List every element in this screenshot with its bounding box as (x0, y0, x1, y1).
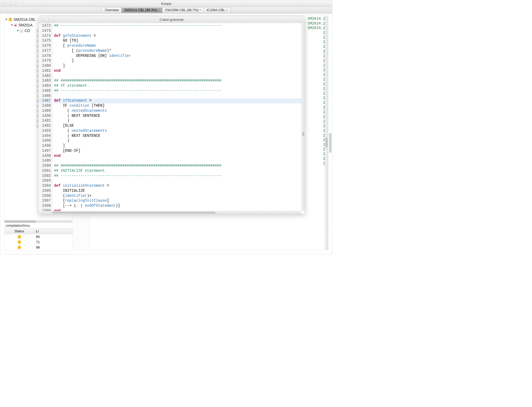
line-cell: 99 (34, 245, 73, 249)
status-cell: ! (4, 240, 34, 244)
cobol-file-icon (14, 23, 17, 27)
main-titlebar: Koopa (0, 0, 332, 7)
tree-h-scrollbar[interactable] (4, 220, 73, 223)
outer-v-scrollbar[interactable] (329, 15, 332, 250)
tab-bar: OverviewSM201A.CBL (99.3%)×CM105M.CBL (9… (0, 7, 332, 14)
window-title: Koopa (161, 1, 171, 5)
tree-label: SM201A.CBL (14, 17, 36, 22)
file-icon (20, 29, 23, 33)
tab-label: Overview (105, 8, 119, 12)
scrollbar-thumb[interactable] (52, 212, 215, 214)
minimize-window-button[interactable] (8, 2, 11, 5)
grammar-v-scrollbar[interactable] (301, 23, 305, 211)
close-window-button[interactable] (2, 2, 6, 5)
status-cell: ! (4, 246, 34, 249)
grammar-body[interactable]: 1472147314741475147614771478147914801481… (38, 23, 305, 214)
traffic-lights (41, 18, 55, 21)
warning-icon: ! (18, 240, 21, 244)
grammar-window-title: Cobol grammar (160, 18, 184, 22)
close-icon[interactable]: × (226, 9, 228, 11)
warning-icon: ! (18, 235, 21, 239)
scrollbar-thumb[interactable] (325, 138, 328, 148)
line-cell: 71 (34, 240, 73, 244)
disclosure-icon[interactable] (5, 19, 7, 20)
status-cell: ! (4, 235, 34, 239)
editor-v-scrollbar[interactable] (325, 16, 328, 250)
scrollbar-thumb[interactable] (329, 133, 332, 153)
tab-label: CM105M.CBL (95.7%) (165, 8, 198, 12)
warning-icon: ! (9, 18, 12, 21)
tab-1[interactable]: SM201A.CBL (99.3%)× (121, 7, 162, 13)
minimize-window-button[interactable] (46, 18, 50, 21)
tab-label: SM201A.CBL (99.3%) (124, 8, 157, 12)
zoom-window-button[interactable] (13, 2, 17, 5)
zoom-window-button[interactable] (51, 18, 55, 21)
tree-label: SM201A (18, 23, 33, 27)
warning-icon: ! (18, 246, 21, 249)
tab-3[interactable]: IC209A.CBL× (204, 7, 230, 13)
tab-2[interactable]: CM105M.CBL (95.7%)× (162, 7, 204, 13)
tab-label: IC209A.CBL (207, 8, 225, 12)
grammar-code: ## -------------------------------------… (52, 23, 305, 214)
grammar-window: Cobol grammar 14721473147414751476147714… (38, 16, 305, 214)
status-row[interactable]: !99 (4, 245, 73, 250)
grammar-h-scrollbar[interactable] (38, 211, 301, 214)
scrollbar-thumb[interactable] (302, 132, 304, 136)
disclosure-icon[interactable] (11, 25, 13, 26)
close-icon[interactable]: × (158, 9, 160, 11)
close-window-button[interactable] (41, 18, 44, 21)
bg-tag-column: SM2014.2SM2014.2SM2014.22222222222222222… (305, 16, 325, 166)
grammar-titlebar: Cobol grammar (38, 16, 305, 23)
disclosure-icon[interactable] (17, 30, 19, 32)
tab-0[interactable]: Overview (102, 7, 121, 13)
scrollbar-thumb[interactable] (4, 220, 36, 222)
tree-label: CO (25, 29, 30, 33)
main-window: Koopa OverviewSM201A.CBL (99.3%)×CM105M.… (0, 0, 332, 254)
status-col-header[interactable]: Status (4, 229, 34, 234)
breadcrumb-text: compilationGrou (6, 224, 30, 227)
grammar-line-gutter: 1472147314741475147614771478147914801481… (38, 23, 53, 214)
close-icon[interactable]: × (200, 9, 201, 11)
traffic-lights (2, 2, 17, 5)
